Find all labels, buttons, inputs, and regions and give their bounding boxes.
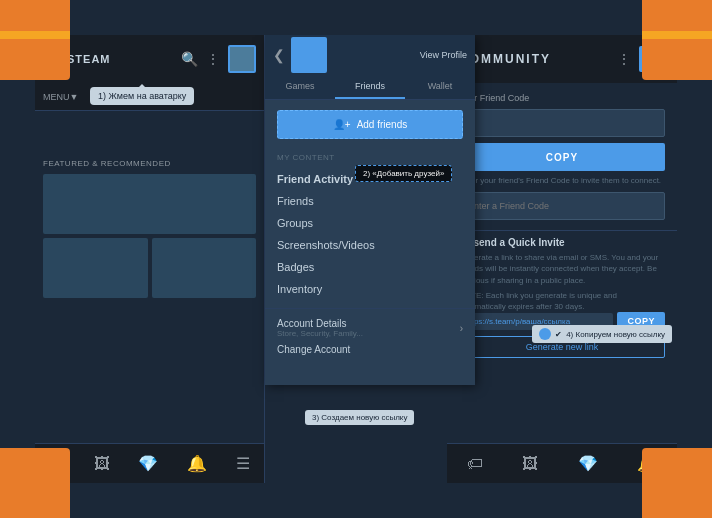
account-details-item[interactable]: Account Details Store, Security, Family.…: [277, 315, 463, 341]
popup-header: ❮ View Profile: [265, 35, 475, 75]
bottom-nav-notif-icon[interactable]: 🔔: [187, 454, 207, 473]
community-nav-diamond-icon[interactable]: 💎: [578, 454, 598, 473]
gift-decoration-top-left: [0, 0, 70, 80]
profile-popup: ❮ View Profile Games Friends Wallet 👤+ A…: [265, 35, 475, 385]
gift-decoration-top-right: [642, 0, 712, 80]
bottom-nav-badge-icon[interactable]: 💎: [138, 454, 158, 473]
account-subtitle: Store, Security, Family...: [277, 329, 363, 338]
nav-item-menu[interactable]: MENU▼: [43, 92, 78, 102]
featured-card-1: [43, 238, 148, 298]
steam-content: FEATURED & RECOMMENDED: [35, 151, 264, 306]
view-profile-link[interactable]: View Profile: [420, 50, 467, 60]
friend-code-input[interactable]: [459, 109, 665, 137]
hint-text: Enter your friend's Friend Code to invit…: [459, 175, 665, 186]
step4-annotation: ✔ 4) Копируем новую ссылку: [532, 325, 672, 343]
popup-tabs: Games Friends Wallet: [265, 75, 475, 100]
gift-decoration-bottom-right: [642, 448, 712, 518]
quick-invite-desc: Generate a link to share via email or SM…: [459, 252, 665, 286]
account-section: Account Details Store, Security, Family.…: [265, 308, 475, 364]
bottom-nav-library-icon[interactable]: 🖼: [94, 455, 110, 473]
steam-logo-text: STEAM: [67, 53, 111, 65]
enter-friend-code-input[interactable]: [459, 192, 665, 220]
community-nav-store-icon[interactable]: 🏷: [467, 455, 483, 473]
screenshots-item[interactable]: Screenshots/Videos: [277, 234, 463, 256]
more-icon[interactable]: ⋮: [206, 51, 220, 67]
tab-wallet[interactable]: Wallet: [405, 75, 475, 99]
steam-panel: STEAM 🔍 ⋮ MENU▼ WISHLIST WALLET 1) Жмем …: [35, 35, 265, 483]
badges-item[interactable]: Badges: [277, 256, 463, 278]
friends-item[interactable]: Friends: [277, 190, 463, 212]
main-container: STEAM 🔍 ⋮ MENU▼ WISHLIST WALLET 1) Жмем …: [35, 35, 677, 483]
inventory-item[interactable]: Inventory: [277, 278, 463, 300]
tab-friends[interactable]: Friends: [335, 75, 405, 99]
quick-invite-label: Or send a Quick Invite: [459, 237, 665, 248]
expire-note: NOTE: Each link you generate is unique a…: [459, 290, 665, 312]
groups-item[interactable]: Groups: [277, 212, 463, 234]
change-account-item[interactable]: Change Account: [277, 341, 463, 358]
add-friends-label: Add friends: [357, 119, 408, 130]
step3-annotation: 3) Создаем новую ссылку: [305, 410, 414, 425]
community-more-icon[interactable]: ⋮: [617, 51, 631, 67]
popup-avatar: [291, 37, 327, 73]
back-button[interactable]: ❮: [273, 47, 285, 63]
friend-code-section: Your Friend Code COPY Enter your friend'…: [447, 83, 677, 230]
add-friends-button[interactable]: 👤+ Add friends: [277, 110, 463, 139]
add-friends-icon: 👤+: [333, 119, 351, 130]
featured-cards: [43, 174, 256, 298]
step4-text: 4) Копируем новую ссылку: [566, 330, 665, 339]
gift-decoration-bottom-left: [0, 448, 70, 518]
chevron-right-icon: ›: [460, 323, 463, 334]
featured-card-2: [152, 238, 257, 298]
quick-invite-section: Or send a Quick Invite Generate a link t…: [447, 230, 677, 364]
friend-code-label: Your Friend Code: [459, 93, 665, 103]
step1-tooltip: 1) Жмем на аватарку: [90, 87, 194, 105]
step4-check-icon: ✔: [555, 330, 562, 339]
steam-header-icons: 🔍 ⋮: [181, 45, 256, 73]
featured-label: FEATURED & RECOMMENDED: [43, 159, 256, 168]
community-nav-library-icon[interactable]: 🖼: [522, 455, 538, 473]
featured-card-large: [43, 174, 256, 234]
my-content-label: MY CONTENT: [277, 153, 463, 162]
search-icon[interactable]: 🔍: [181, 51, 198, 67]
account-title: Account Details: [277, 318, 363, 329]
avatar[interactable]: [228, 45, 256, 73]
bottom-nav-menu-icon[interactable]: ☰: [236, 454, 250, 473]
community-panel: COMMUNITY ⋮ Your Friend Code COPY Enter …: [447, 35, 677, 483]
tab-games[interactable]: Games: [265, 75, 335, 99]
copy-code-button[interactable]: COPY: [459, 143, 665, 171]
step2-annotation: 2) «Добавить друзей»: [355, 165, 452, 182]
